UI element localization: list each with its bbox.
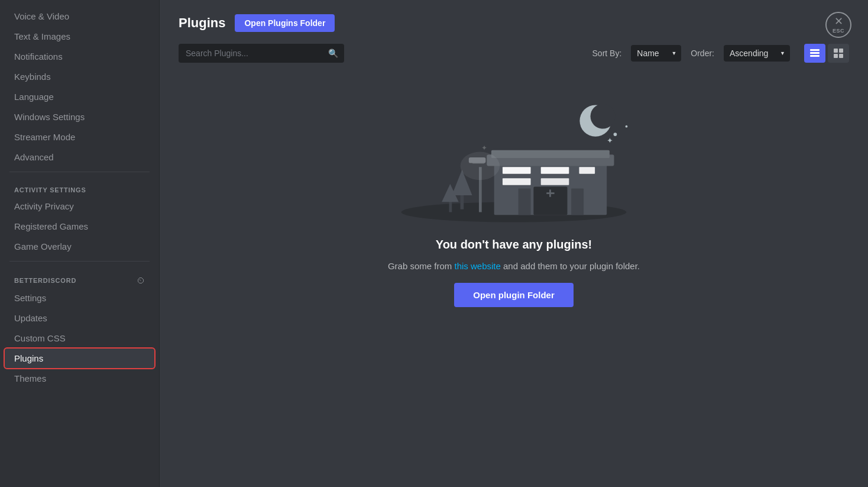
order-select[interactable]: Ascending Descending	[724, 45, 790, 62]
svg-point-9	[614, 133, 617, 136]
sort-by-select[interactable]: Name Author Version	[631, 45, 681, 62]
divider-activity	[9, 172, 150, 172]
sidebar-item-custom-css[interactable]: Custom CSS	[5, 328, 154, 348]
sidebar-item-text-images[interactable]: Text & Images	[5, 27, 154, 46]
svg-point-10	[626, 125, 628, 128]
open-plugins-folder-button[interactable]: Open Plugins Folder	[235, 14, 335, 32]
sidebar-item-voice-video[interactable]: Voice & Video	[5, 7, 154, 26]
main-content: ✕ ESC Plugins Open Plugins Folder 🔍 Sort…	[160, 0, 868, 487]
svg-rect-27	[541, 178, 569, 185]
sidebar-item-game-overlay[interactable]: Game Overlay	[5, 237, 154, 256]
plugins-header: Plugins Open Plugins Folder	[179, 14, 849, 32]
activity-settings-header: ACTIVITY SETTINGS	[5, 177, 154, 196]
building-illustration: ✦ ✦	[396, 93, 632, 224]
empty-state-description: Grab some from this website and add them…	[388, 261, 640, 271]
esc-label: ESC	[833, 28, 844, 34]
sidebar-item-advanced[interactable]: Advanced	[5, 147, 154, 167]
betterdiscord-history-icon: ⏲	[137, 276, 145, 285]
svg-text:✦: ✦	[481, 144, 487, 152]
grid-view-button[interactable]	[828, 44, 849, 63]
svg-point-8	[591, 104, 616, 129]
svg-point-36	[461, 152, 500, 180]
betterdiscord-section-header: BETTERDISCORD ⏲	[5, 266, 154, 288]
view-toggle-group	[804, 44, 849, 63]
svg-rect-22	[491, 150, 610, 158]
svg-rect-25	[579, 167, 595, 173]
sidebar-item-windows-settings[interactable]: Windows Settings	[5, 107, 154, 127]
sidebar-item-updates[interactable]: Updates	[5, 308, 154, 328]
grid-view-icon	[834, 49, 843, 58]
svg-rect-5	[834, 54, 838, 58]
svg-text:✦: ✦	[607, 136, 613, 145]
sidebar-item-settings[interactable]: Settings	[5, 288, 154, 308]
svg-rect-32	[571, 188, 584, 215]
sidebar-item-plugins[interactable]: Plugins	[5, 349, 154, 368]
sidebar-item-activity-privacy[interactable]: Activity Privacy	[5, 196, 154, 216]
order-label: Order:	[691, 49, 714, 58]
sidebar-item-keybinds[interactable]: Keybinds	[5, 67, 154, 86]
list-view-button[interactable]	[804, 44, 825, 63]
esc-button[interactable]: ✕ ESC	[825, 12, 851, 38]
open-plugin-folder-button[interactable]: Open plugin Folder	[454, 283, 574, 307]
order-wrapper: Ascending Descending	[724, 45, 790, 62]
svg-rect-2	[810, 55, 820, 57]
sort-by-wrapper: Name Author Version	[631, 45, 681, 62]
svg-rect-24	[541, 167, 569, 173]
svg-rect-0	[810, 49, 820, 51]
svg-rect-6	[839, 54, 843, 58]
svg-rect-26	[503, 178, 531, 185]
sidebar-item-notifications[interactable]: Notifications	[5, 47, 154, 66]
toolbar-row: 🔍 Sort By: Name Author Version Order: As…	[179, 44, 849, 63]
close-icon: ✕	[834, 16, 843, 27]
sidebar-item-themes[interactable]: Themes	[5, 369, 154, 388]
sidebar-item-registered-games[interactable]: Registered Games	[5, 217, 154, 236]
search-container: 🔍	[179, 44, 344, 63]
svg-rect-4	[839, 49, 843, 53]
svg-rect-31	[519, 188, 531, 215]
svg-rect-30	[549, 189, 551, 196]
sidebar-item-language[interactable]: Language	[5, 87, 154, 107]
sidebar-item-streamer-mode[interactable]: Streamer Mode	[5, 127, 154, 147]
sidebar: Voice & Video Text & Images Notification…	[0, 0, 160, 487]
svg-rect-3	[834, 49, 838, 53]
empty-state-title: You don't have any plugins!	[436, 238, 592, 251]
sort-by-label: Sort By:	[592, 49, 622, 58]
empty-state: ✦ ✦	[179, 82, 849, 319]
this-website-link[interactable]: this website	[454, 261, 500, 271]
page-title: Plugins	[179, 15, 225, 31]
divider-betterdiscord	[9, 261, 150, 262]
svg-rect-23	[503, 167, 531, 173]
list-view-icon	[810, 49, 820, 57]
svg-rect-1	[810, 52, 820, 54]
search-input[interactable]	[179, 44, 344, 63]
